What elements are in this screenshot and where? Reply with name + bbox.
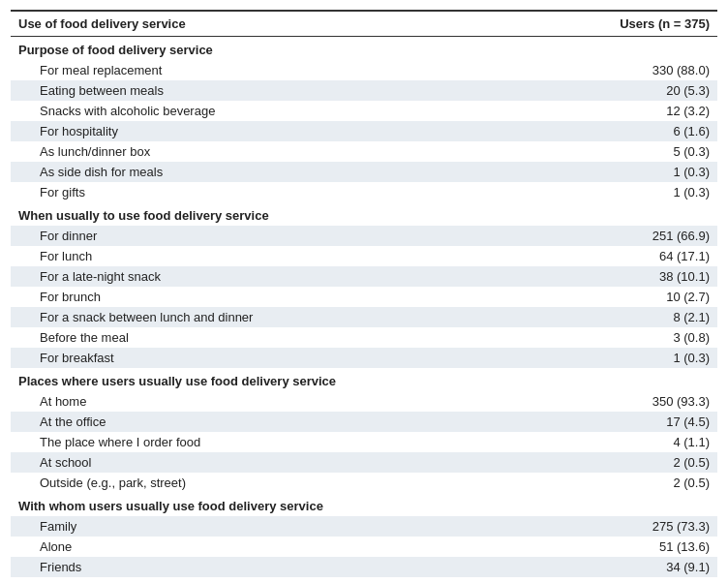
section-header-places: Places where users usually use food deli… <box>11 368 717 391</box>
row-value: 1 (0.3) <box>508 162 717 182</box>
row-label: For a late-night snack <box>11 266 508 287</box>
table-row: Family275 (73.3) <box>11 516 717 537</box>
section-title-when: When usually to use food delivery servic… <box>11 202 717 226</box>
table-row: At the office17 (4.5) <box>11 412 717 432</box>
row-value: 10 (2.7) <box>508 287 717 307</box>
table-row: The place where I order food4 (1.1) <box>11 432 717 452</box>
row-value: 3 (0.8) <box>508 327 717 348</box>
row-label: As side dish for meals <box>11 162 508 182</box>
section-title-with-whom: With whom users usually use food deliver… <box>11 493 717 516</box>
table-row: Outside (e.g., park, street)2 (0.5) <box>11 473 717 493</box>
table-row: At school2 (0.5) <box>11 452 717 473</box>
row-value: 1 (0.3) <box>508 348 717 368</box>
row-label: Alone <box>11 537 508 557</box>
row-value: 330 (88.0) <box>508 60 717 80</box>
row-value: 2 (0.5) <box>508 473 717 493</box>
table-row: For a late-night snack38 (10.1) <box>11 266 717 287</box>
row-label: For hospitality <box>11 121 508 141</box>
row-value: 350 (93.3) <box>508 391 717 412</box>
row-label: At the office <box>11 412 508 432</box>
table-row: As side dish for meals1 (0.3) <box>11 162 717 182</box>
section-header-purpose: Purpose of food delivery service <box>11 37 717 61</box>
section-header-when: When usually to use food delivery servic… <box>11 202 717 226</box>
table-row: Colleagues15 (4.0) <box>11 577 717 583</box>
table-row: Snacks with alcoholic beverage12 (3.2) <box>11 101 717 121</box>
row-label: For breakfast <box>11 348 508 368</box>
row-value: 51 (13.6) <box>508 537 717 557</box>
table-row: For brunch10 (2.7) <box>11 287 717 307</box>
row-label: Family <box>11 516 508 537</box>
row-label: Colleagues <box>11 577 508 583</box>
table-row: Before the meal3 (0.8) <box>11 327 717 348</box>
row-value: 20 (5.3) <box>508 80 717 101</box>
row-value: 251 (66.9) <box>508 226 717 246</box>
row-value: 6 (1.6) <box>508 121 717 141</box>
section-header-with-whom: With whom users usually use food deliver… <box>11 493 717 516</box>
table-row: For lunch64 (17.1) <box>11 246 717 266</box>
table-row: For breakfast1 (0.3) <box>11 348 717 368</box>
row-label: For gifts <box>11 182 508 202</box>
row-label: For lunch <box>11 246 508 266</box>
row-value: 17 (4.5) <box>508 412 717 432</box>
table-row: Alone51 (13.6) <box>11 537 717 557</box>
table-row: As lunch/dinner box5 (0.3) <box>11 141 717 162</box>
col1-header: Use of food delivery service <box>11 11 508 37</box>
row-value: 64 (17.1) <box>508 246 717 266</box>
section-title-purpose: Purpose of food delivery service <box>11 37 717 61</box>
table-row: For meal replacement330 (88.0) <box>11 60 717 80</box>
table-row: For dinner251 (66.9) <box>11 226 717 246</box>
row-value: 275 (73.3) <box>508 516 717 537</box>
row-label: For a snack between lunch and dinner <box>11 307 508 327</box>
row-value: 4 (1.1) <box>508 432 717 452</box>
row-value: 1 (0.3) <box>508 182 717 202</box>
row-label: Snacks with alcoholic beverage <box>11 101 508 121</box>
row-label: At home <box>11 391 508 412</box>
row-value: 38 (10.1) <box>508 266 717 287</box>
row-label: For dinner <box>11 226 508 246</box>
row-value: 5 (0.3) <box>508 141 717 162</box>
table-row: For gifts1 (0.3) <box>11 182 717 202</box>
row-value: 8 (2.1) <box>508 307 717 327</box>
row-label: Before the meal <box>11 327 508 348</box>
row-label: The place where I order food <box>11 432 508 452</box>
row-label: At school <box>11 452 508 473</box>
table-row: For hospitality6 (1.6) <box>11 121 717 141</box>
row-label: Outside (e.g., park, street) <box>11 473 508 493</box>
col2-header: Users (n = 375) <box>508 11 717 37</box>
row-value: 15 (4.0) <box>508 577 717 583</box>
row-label: As lunch/dinner box <box>11 141 508 162</box>
table-row: Friends34 (9.1) <box>11 557 717 577</box>
table-row: Eating between meals20 (5.3) <box>11 80 717 101</box>
section-title-places: Places where users usually use food deli… <box>11 368 717 391</box>
row-label: Friends <box>11 557 508 577</box>
row-label: Eating between meals <box>11 80 508 101</box>
row-value: 34 (9.1) <box>508 557 717 577</box>
row-value: 2 (0.5) <box>508 452 717 473</box>
table-row: For a snack between lunch and dinner8 (2… <box>11 307 717 327</box>
row-label: For brunch <box>11 287 508 307</box>
table-row: At home350 (93.3) <box>11 391 717 412</box>
row-value: 12 (3.2) <box>508 101 717 121</box>
row-label: For meal replacement <box>11 60 508 80</box>
